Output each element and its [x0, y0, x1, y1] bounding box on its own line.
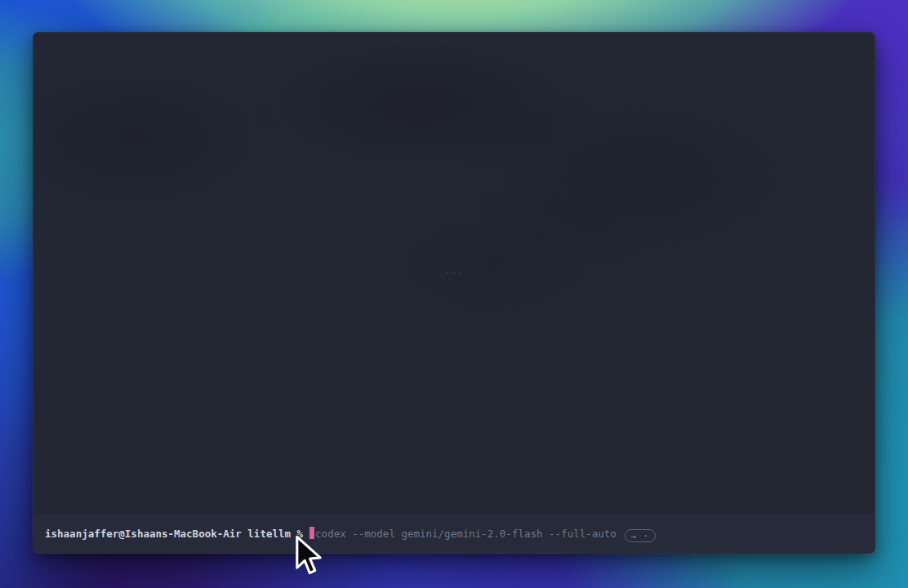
- terminal-output-area: ...: [33, 33, 875, 514]
- terminal-window[interactable]: ... ishaanjaffer@Ishaans-MacBook-Air lit…: [33, 32, 875, 554]
- autosuggestion-command: codex --model gemini/gemini-2.0-flash --…: [315, 528, 616, 540]
- desktop-wallpaper: ... ishaanjaffer@Ishaans-MacBook-Air lit…: [0, 0, 908, 588]
- text-cursor: [309, 527, 314, 539]
- ghost-ellipsis: ...: [444, 265, 465, 276]
- command-prompt-row[interactable]: ishaanjaffer@Ishaans-MacBook-Air litellm…: [33, 514, 875, 553]
- accept-suggestion-hint-pill[interactable]: → ·: [625, 529, 656, 542]
- shell-prompt: ishaanjaffer@Ishaans-MacBook-Air litellm…: [45, 528, 303, 540]
